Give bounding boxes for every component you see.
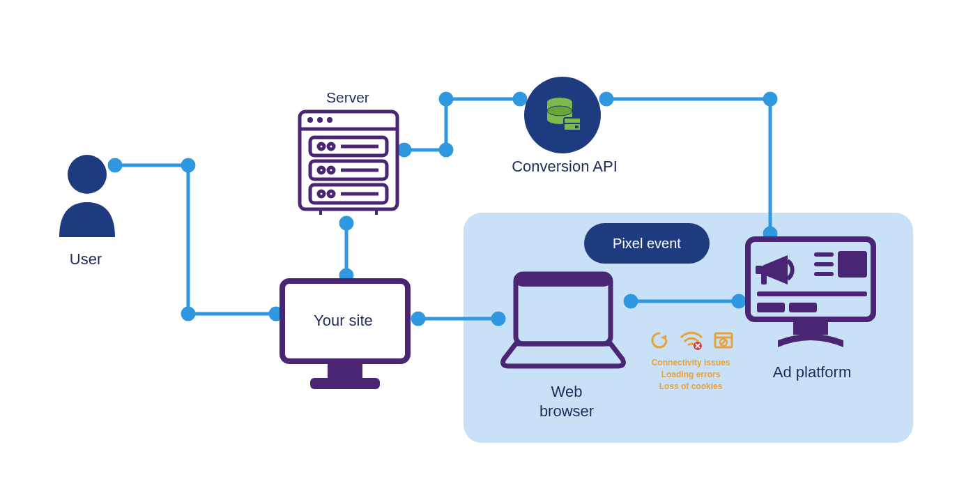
svg-point-13 <box>413 313 424 324</box>
issue-text: Connectivity issues Loading errors Loss … <box>631 357 750 392</box>
svg-rect-58 <box>789 303 817 312</box>
pixel-event-pill: Pixel event <box>584 223 710 264</box>
svg-point-8 <box>441 93 452 105</box>
web-browser-label-line1: Web <box>551 383 583 400</box>
ad-platform-icon <box>744 236 877 354</box>
svg-point-26 <box>319 144 324 149</box>
svg-point-17 <box>68 155 107 194</box>
web-browser-label: Web browser <box>528 382 605 420</box>
svg-rect-47 <box>516 274 611 287</box>
refresh-icon <box>650 331 669 350</box>
svg-rect-50 <box>756 266 763 274</box>
svg-rect-39 <box>310 378 380 389</box>
issue-line-3: Loss of cookies <box>631 381 750 393</box>
svg-point-20 <box>307 117 313 123</box>
svg-point-5 <box>341 218 352 229</box>
svg-rect-53 <box>814 262 834 266</box>
server-icon <box>296 108 401 216</box>
svg-rect-52 <box>814 252 834 257</box>
svg-point-33 <box>328 191 334 197</box>
wifi-error-icon <box>680 331 703 350</box>
conversion-api-icon <box>524 77 601 153</box>
issue-icons-row <box>650 329 733 351</box>
conversion-api-label: Conversion API <box>502 157 627 176</box>
ad-platform-label: Ad platform <box>760 363 864 382</box>
svg-rect-49 <box>793 319 828 335</box>
svg-point-30 <box>328 167 334 173</box>
svg-point-27 <box>328 144 334 149</box>
svg-point-9 <box>514 93 526 105</box>
issue-line-1: Connectivity issues <box>631 357 750 369</box>
svg-rect-56 <box>757 291 867 296</box>
server-label: Server <box>326 89 369 106</box>
svg-rect-57 <box>757 303 785 312</box>
svg-marker-59 <box>661 335 666 340</box>
svg-rect-51 <box>761 273 767 285</box>
svg-point-32 <box>319 191 324 197</box>
svg-point-1 <box>183 160 194 171</box>
svg-rect-55 <box>838 251 867 278</box>
your-site-icon <box>279 278 411 396</box>
svg-rect-54 <box>814 272 834 276</box>
web-browser-icon <box>500 268 626 370</box>
pixel-event-label: Pixel event <box>613 236 681 252</box>
issue-line-2: Loading errors <box>631 369 750 381</box>
svg-rect-45 <box>575 126 579 128</box>
svg-point-10 <box>601 93 612 105</box>
svg-point-21 <box>317 117 323 123</box>
svg-point-7 <box>441 144 452 156</box>
svg-point-22 <box>327 117 332 123</box>
svg-point-11 <box>765 93 776 105</box>
browser-block-icon <box>714 331 733 350</box>
svg-point-2 <box>183 308 194 319</box>
web-browser-label-line2: browser <box>539 402 594 420</box>
diagram-stage: User Server <box>0 0 980 493</box>
your-site-label: Your site <box>314 312 373 330</box>
svg-point-29 <box>319 167 324 173</box>
user-icon <box>56 153 118 237</box>
svg-rect-38 <box>328 361 362 378</box>
user-label: User <box>54 250 117 269</box>
